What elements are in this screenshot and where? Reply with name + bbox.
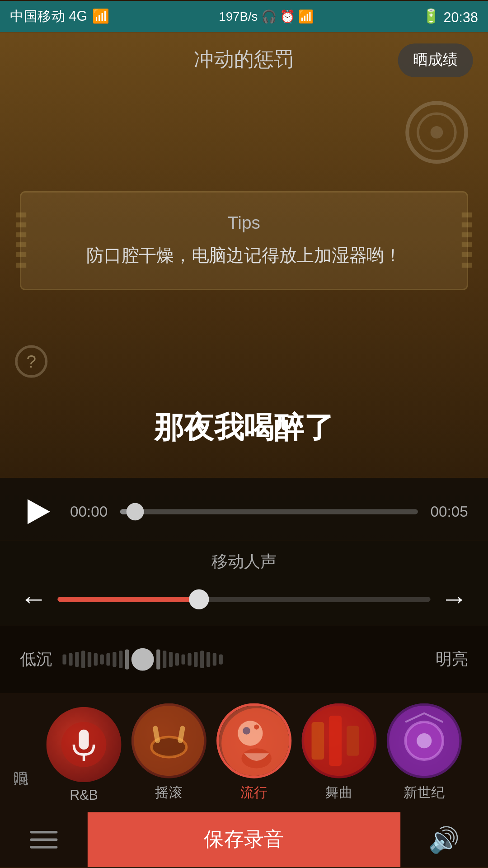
- menu-line-1: [30, 831, 57, 834]
- progress-thumb[interactable]: [126, 503, 144, 520]
- record-icon: [405, 101, 468, 163]
- tone-tick: [213, 653, 216, 666]
- mix-avatar-pop: [216, 703, 291, 778]
- voice-slider[interactable]: [57, 597, 430, 602]
- main-content: 冲动的惩罚 晒成绩 Tips 防口腔干燥，电脑边记得放上加湿器哟！ ? 那夜我喝…: [0, 32, 488, 867]
- mix-item-rock[interactable]: 摇滚: [131, 703, 206, 802]
- mix-section: 混响 R&B: [0, 693, 488, 812]
- mix-item-dance[interactable]: 舞曲: [301, 703, 376, 802]
- tone-label-right: 明亮: [436, 648, 468, 671]
- tone-tick: [69, 653, 72, 666]
- tone-tick: [75, 652, 79, 667]
- mix-name-rnb: R&B: [70, 787, 98, 802]
- mix-item-pop[interactable]: 流行: [216, 703, 291, 802]
- mix-name-rock: 摇滚: [155, 783, 183, 802]
- tips-area: Tips 防口腔干燥，电脑边记得放上加湿器哟！: [0, 89, 488, 393]
- tone-tick: [156, 649, 160, 669]
- speaker-button[interactable]: 🔊: [400, 825, 488, 854]
- mix-name-dance: 舞曲: [325, 783, 353, 802]
- bottom-bar: 保存录音 🔊: [0, 812, 488, 867]
- svg-rect-14: [329, 716, 342, 766]
- mix-item-rnb[interactable]: R&B: [46, 707, 121, 802]
- question-icon[interactable]: ?: [15, 345, 47, 377]
- status-left: 中国移动 4G 📶: [10, 7, 110, 26]
- mic-svg: [59, 719, 109, 769]
- battery-icon: 🔋: [422, 8, 440, 24]
- network-speed: 197B/s: [219, 9, 258, 23]
- status-bar: 中国移动 4G 📶 197B/s 🎧 ⏰ 📶 🔋 20:38: [0, 1, 488, 32]
- tone-tick: [62, 654, 66, 664]
- voice-row: ← →: [0, 583, 488, 616]
- svg-point-8: [238, 721, 263, 745]
- player-section: 00:00 00:05: [0, 478, 488, 540]
- tone-tick: [200, 651, 204, 668]
- total-time: 00:05: [431, 503, 468, 520]
- tone-tick: [175, 653, 179, 666]
- tone-tick: [182, 654, 185, 664]
- tone-label-left: 低沉: [20, 648, 52, 671]
- voice-label: 移动人声: [0, 551, 488, 573]
- rock-icon: [131, 703, 206, 778]
- play-icon: [28, 499, 50, 524]
- menu-line-3: [30, 846, 57, 849]
- tone-section: 低沉: [0, 626, 488, 693]
- speaker-icon: 🔊: [428, 825, 460, 854]
- svg-rect-1: [79, 730, 89, 750]
- share-button[interactable]: 晒成绩: [398, 43, 473, 77]
- tone-tick: [188, 653, 191, 666]
- mix-avatar-rnb: [46, 707, 121, 782]
- voice-prev-button[interactable]: ←: [20, 583, 47, 616]
- tone-bar[interactable]: [62, 643, 425, 675]
- tone-tick: [206, 652, 210, 667]
- current-time: 00:00: [70, 503, 108, 520]
- signal-icon: 📶: [92, 8, 110, 24]
- tips-label: Tips: [46, 212, 441, 232]
- tone-tick: [100, 654, 104, 664]
- clock: 20:38: [444, 9, 478, 24]
- tips-text: 防口腔干燥，电脑边记得放上加湿器哟！: [46, 242, 441, 269]
- menu-button[interactable]: [0, 831, 88, 849]
- tone-tick: [106, 653, 110, 666]
- progress-bar[interactable]: [120, 509, 418, 514]
- song-title: 冲动的惩罚: [194, 47, 294, 73]
- tone-tick: [94, 653, 98, 666]
- tone-tick-center: [125, 649, 129, 669]
- lyrics-text: 那夜我喝醉了: [0, 398, 488, 468]
- voice-fill: [57, 597, 199, 602]
- menu-line-2: [30, 838, 57, 841]
- menu-icon: [30, 831, 57, 849]
- voice-section: 移动人声 ← →: [0, 540, 488, 625]
- rock-svg: [131, 703, 206, 778]
- new-svg: [387, 703, 462, 778]
- new-icon: [387, 703, 462, 778]
- tone-tick: [219, 654, 223, 664]
- mix-name-pop: 流行: [240, 783, 268, 802]
- tone-tick: [88, 652, 91, 667]
- svg-point-18: [417, 733, 432, 748]
- header: 冲动的惩罚 晒成绩: [0, 32, 488, 89]
- mix-item-new[interactable]: 新世纪: [387, 703, 462, 802]
- voice-next-button[interactable]: →: [441, 583, 468, 616]
- tone-tick: [119, 651, 122, 668]
- tone-tick: [113, 652, 116, 667]
- tone-tick: [194, 652, 197, 667]
- voice-thumb[interactable]: [189, 589, 209, 609]
- dance-svg: [301, 703, 376, 778]
- tone-thumb[interactable]: [131, 648, 154, 671]
- status-center: 197B/s 🎧 ⏰ 📶: [219, 9, 313, 23]
- mix-avatar-rock: [131, 703, 206, 778]
- tips-card: Tips 防口腔干燥，电脑边记得放上加湿器哟！: [20, 191, 468, 290]
- pop-svg: [219, 706, 292, 778]
- save-label: 保存录音: [204, 826, 284, 853]
- mix-items: R&B 摇滚: [41, 703, 488, 812]
- tone-tick: [81, 651, 85, 668]
- tone-tick: [169, 652, 173, 667]
- mix-avatar-new: [387, 703, 462, 778]
- svg-rect-15: [347, 726, 359, 755]
- status-right: 🔋 20:38: [422, 8, 478, 24]
- save-button[interactable]: 保存录音: [88, 812, 400, 867]
- pop-icon: [219, 706, 289, 776]
- mix-name-new: 新世纪: [404, 783, 445, 802]
- play-button[interactable]: [20, 493, 57, 530]
- svg-rect-13: [312, 722, 324, 760]
